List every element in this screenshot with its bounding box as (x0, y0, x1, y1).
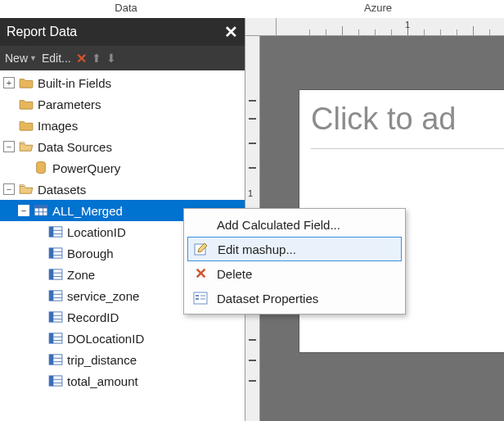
tree-label: total_amount (67, 374, 138, 388)
field-icon (47, 224, 64, 239)
close-icon[interactable]: ✕ (224, 22, 238, 42)
svg-rect-15 (49, 269, 53, 279)
app-menubar: Data Azure (0, 0, 504, 18)
tree-label: PowerQuery (52, 161, 120, 175)
context-delete[interactable]: ✕ Delete (187, 261, 402, 286)
expand-placeholder (33, 269, 44, 280)
title-placeholder[interactable]: Click to ad (299, 90, 504, 148)
tree-label: Zone (67, 268, 95, 282)
expand-placeholder (3, 98, 15, 110)
ruler-vtick-1: 1 (248, 188, 253, 198)
delete-icon[interactable]: ✕ (76, 51, 87, 66)
svg-rect-40 (196, 295, 199, 297)
collapse-icon[interactable]: − (3, 183, 15, 195)
tree-label: ALL_Merged (52, 204, 123, 218)
context-label: Delete (217, 267, 252, 281)
panel-title: Report Data (7, 25, 224, 39)
svg-rect-7 (49, 227, 53, 237)
edit-label: Edit... (42, 52, 71, 65)
field-icon (47, 373, 64, 388)
expand-placeholder (33, 354, 44, 365)
expand-placeholder (33, 290, 44, 301)
edit-icon (193, 241, 209, 257)
folder-open-icon (18, 139, 34, 154)
tree-label: RecordID (67, 310, 119, 324)
tree-label: trip_distance (67, 353, 137, 367)
expand-icon[interactable]: + (3, 77, 15, 88)
svg-rect-2 (34, 206, 47, 209)
tree-label: Borough (67, 247, 114, 260)
new-button[interactable]: New ▼ (5, 52, 37, 65)
tree-label: Data Sources (38, 140, 112, 154)
folder-icon (18, 97, 34, 111)
tree-node-field[interactable]: trip_distance (0, 349, 245, 370)
new-label: New (5, 52, 28, 65)
tree-node-field[interactable]: DOLocationID (0, 328, 245, 349)
field-icon (47, 288, 64, 303)
expand-placeholder (33, 247, 44, 259)
blank-icon (192, 216, 209, 233)
ruler-horizontal: 1 (277, 18, 504, 36)
expand-placeholder (33, 311, 44, 323)
tree-node-images[interactable]: Images (0, 115, 245, 136)
edit-button[interactable]: Edit... (42, 52, 71, 65)
expand-placeholder (33, 333, 44, 344)
table-icon (33, 203, 49, 218)
move-up-icon[interactable]: ⬆ (92, 52, 101, 65)
svg-rect-19 (49, 291, 53, 301)
context-edit-mashup[interactable]: Edit mashup... (187, 237, 402, 261)
move-down-icon[interactable]: ⬇ (106, 52, 116, 65)
tree-node-datasets[interactable]: − Datasets (0, 179, 245, 200)
tree-label: service_zone (67, 289, 139, 303)
svg-rect-27 (49, 333, 53, 343)
field-icon (47, 310, 64, 324)
tree-label: Built-in Fields (38, 76, 111, 90)
tree-node-field[interactable]: total_amount (0, 370, 245, 392)
field-icon (47, 246, 64, 260)
tree-label: LocationID (67, 225, 126, 239)
collapse-icon[interactable]: − (3, 141, 15, 152)
chevron-down-icon: ▼ (29, 54, 37, 62)
properties-icon (192, 290, 209, 306)
expand-placeholder (18, 162, 29, 174)
panel-toolbar: New ▼ Edit... ✕ ⬆ ⬇ (0, 46, 245, 70)
ruler-corner (245, 18, 277, 36)
folder-open-icon (18, 182, 34, 197)
svg-rect-41 (196, 298, 199, 300)
svg-rect-35 (49, 376, 53, 386)
expand-placeholder (3, 120, 15, 131)
folder-icon (18, 75, 34, 90)
field-icon (47, 352, 64, 367)
field-icon (47, 331, 64, 346)
tree-label: DOLocationID (67, 332, 144, 346)
database-icon (33, 161, 49, 175)
ruler-tick-1: 1 (405, 20, 410, 29)
expand-placeholder (33, 375, 44, 387)
svg-rect-23 (49, 312, 53, 322)
title-underline (311, 148, 504, 149)
svg-rect-11 (49, 248, 53, 258)
context-label: Edit mashup... (218, 242, 296, 256)
expand-placeholder (33, 226, 44, 238)
menu-azure[interactable]: Azure (252, 0, 504, 18)
delete-icon: ✕ (192, 265, 209, 282)
menu-data[interactable]: Data (0, 0, 252, 18)
context-dataset-properties[interactable]: Dataset Properties (187, 286, 402, 310)
tree-label: Datasets (38, 183, 86, 197)
tree-node-datasources[interactable]: − Data Sources (0, 136, 245, 157)
context-add-calculated-field[interactable]: Add Calculated Field... (187, 212, 402, 237)
field-icon (47, 267, 64, 282)
collapse-icon[interactable]: − (18, 205, 29, 216)
tree-node-parameters[interactable]: Parameters (0, 93, 245, 115)
svg-rect-31 (49, 355, 53, 364)
tree-label: Images (38, 119, 78, 133)
panel-header: Report Data ✕ (0, 18, 245, 46)
tree-label: Parameters (38, 97, 101, 111)
folder-icon (18, 118, 34, 133)
tree-node-powerquery[interactable]: PowerQuery (0, 157, 245, 179)
context-label: Add Calculated Field... (217, 218, 340, 232)
tree-node-builtin[interactable]: + Built-in Fields (0, 72, 245, 93)
context-menu: Add Calculated Field... Edit mashup... ✕… (183, 208, 406, 315)
context-label: Dataset Properties (217, 292, 318, 306)
